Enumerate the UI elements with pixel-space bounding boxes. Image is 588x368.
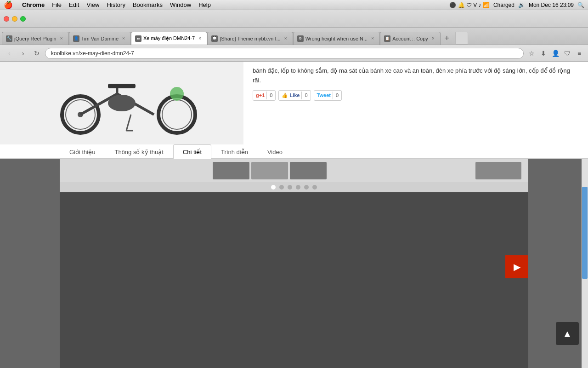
svg-point-3 xyxy=(158,96,195,133)
tabs-bar: 🔧 jQuery Reel Plugin × 👤 Tim Van Damme ×… xyxy=(0,28,588,45)
gallery-main-area xyxy=(60,192,528,368)
tweet-label: Tweet xyxy=(317,92,331,100)
thumbnail-right[interactable] xyxy=(475,162,521,179)
dot-1[interactable] xyxy=(271,185,276,190)
tab-close-tim[interactable]: × xyxy=(120,35,127,42)
svg-point-12 xyxy=(170,87,184,101)
tab-close-xe[interactable]: × xyxy=(197,35,203,42)
svg-point-11 xyxy=(108,95,136,111)
tab-label-xe: Xe máy điện DMN24-7 xyxy=(143,35,195,41)
gallery-top xyxy=(60,159,528,182)
tab-favicon-share: 💬 xyxy=(211,35,218,42)
addressbar: ‹ › ↻ koolbike.vn/xe-may-dien-dmn24-7 ☆ … xyxy=(0,45,588,62)
tab-account-copy[interactable]: 📋 Account :: Copy × xyxy=(380,32,441,45)
menubar-right: ⚫ 🔔 🛡 V ♪ 📶 Charged 🔉 Mon Dec 16 23:09 🔍 xyxy=(449,2,584,8)
menu-icon[interactable]: ≡ xyxy=(574,48,584,58)
tab-close-wrong[interactable]: × xyxy=(369,35,376,42)
tab-favicon-wrong: ⚙ xyxy=(297,35,304,42)
search-icon[interactable]: 🔍 xyxy=(577,2,584,8)
bike-image-area xyxy=(0,62,243,144)
minimize-button[interactable] xyxy=(12,16,17,22)
apple-menu[interactable]: 🍎 xyxy=(4,0,13,9)
dot-6[interactable] xyxy=(312,185,317,190)
download-icon[interactable]: ⬇ xyxy=(538,48,548,58)
social-buttons: g+1 0 👍 Like 0 Tweet 0 xyxy=(253,90,579,101)
tab-video[interactable]: Video xyxy=(258,144,292,159)
gallery-dots xyxy=(60,182,528,192)
gallery-wrapper: ▶ xyxy=(0,159,588,368)
scrollbar-thumb[interactable] xyxy=(582,187,588,279)
menubar-history[interactable]: History xyxy=(107,1,125,8)
description-area: bánh đặc, lốp to không sắm, độ ma sát củ… xyxy=(243,62,588,144)
product-tabs: Giới thiệu Thông số kỹ thuật Chi tiết Tr… xyxy=(0,144,588,159)
tab-label-wrong: Wrong height when use N... xyxy=(305,36,368,41)
extension-icon[interactable]: 🛡 xyxy=(562,48,572,58)
speaker-icon: 🔉 xyxy=(518,2,525,8)
tab-label-tim: Tim Van Damme xyxy=(81,36,119,41)
tab-favicon-tim: 👤 xyxy=(73,35,79,42)
tab-chi-tiet[interactable]: Chi tiết xyxy=(173,144,211,159)
back-to-top-icon: ▲ xyxy=(563,328,572,339)
tab-thong-so[interactable]: Thông số kỹ thuật xyxy=(105,144,173,159)
tweet-button[interactable]: Tweet 0 xyxy=(314,90,342,101)
address-icons: ☆ ⬇ 👤 🛡 ≡ xyxy=(526,48,584,58)
tab-close-share[interactable]: × xyxy=(283,35,289,42)
like-count: 0 xyxy=(301,92,307,100)
bookmark-star-icon[interactable]: ☆ xyxy=(526,48,537,58)
menubar-window[interactable]: Window xyxy=(170,1,191,8)
gplus-button[interactable]: g+1 0 xyxy=(253,90,276,101)
dot-5[interactable] xyxy=(304,185,309,190)
tab-label-jquery: jQuery Reel Plugin xyxy=(14,36,57,41)
tab-share-theme[interactable]: 💬 [Share] Theme mybb.vn f... × xyxy=(207,32,293,45)
thumbnail-3[interactable] xyxy=(290,162,327,179)
menubar-help[interactable]: Help xyxy=(198,1,211,8)
tab-gioi-thieu[interactable]: Giới thiệu xyxy=(60,144,105,159)
reload-button[interactable]: ↻ xyxy=(31,48,42,59)
tweet-count: 0 xyxy=(333,92,339,100)
gplus-label: g+1 xyxy=(256,92,265,100)
forward-button[interactable]: › xyxy=(17,48,28,59)
clock: Mon Dec 16 23:09 xyxy=(529,2,574,8)
menubar-icons: ⚫ 🔔 🛡 V ♪ 📶 xyxy=(449,2,490,8)
gplus-count: 0 xyxy=(266,92,272,100)
tab-list-button[interactable] xyxy=(455,32,468,45)
menubar-chrome[interactable]: Chrome xyxy=(22,1,45,8)
back-to-top-button[interactable]: ▲ xyxy=(556,322,579,345)
tab-close-jquery[interactable]: × xyxy=(58,35,65,42)
new-tab-button[interactable]: + xyxy=(441,32,453,45)
tab-close-account[interactable]: × xyxy=(430,35,436,42)
menubar-view[interactable]: View xyxy=(86,1,99,8)
traffic-lights[interactable] xyxy=(4,16,26,22)
battery-status: Charged xyxy=(493,2,514,8)
maximize-button[interactable] xyxy=(20,16,26,22)
gallery-next-button[interactable]: ▶ xyxy=(505,255,528,278)
like-button[interactable]: 👍 Like 0 xyxy=(278,90,311,101)
back-button[interactable]: ‹ xyxy=(4,48,15,59)
tab-tim-van-damme[interactable]: 👤 Tim Van Damme × xyxy=(69,32,131,45)
menubar-bookmarks[interactable]: Bookmarks xyxy=(133,1,163,8)
svg-point-4 xyxy=(162,100,192,129)
svg-line-9 xyxy=(126,115,131,131)
menubar: 🍎 Chrome File Edit View History Bookmark… xyxy=(0,0,588,10)
tab-label-share: [Share] Theme mybb.vn f... xyxy=(220,36,280,41)
menubar-edit[interactable]: Edit xyxy=(69,1,79,8)
thumbnail-2[interactable] xyxy=(251,162,288,179)
dot-3[interactable] xyxy=(288,185,292,190)
dot-2[interactable] xyxy=(279,185,284,190)
top-section: bánh đặc, lốp to không sắm, độ ma sát củ… xyxy=(0,62,588,144)
description-text: bánh đặc, lốp to không sắm, độ ma sát củ… xyxy=(253,66,579,86)
thumbnail-1[interactable] xyxy=(213,162,249,179)
dot-4[interactable] xyxy=(296,185,300,190)
gallery-inner: ▶ xyxy=(60,159,528,368)
tab-xe-may[interactable]: 🏍 Xe máy điện DMN24-7 × xyxy=(131,32,207,45)
address-input[interactable]: koolbike.vn/xe-may-dien-dmn24-7 xyxy=(45,48,524,59)
tab-jquery-reel[interactable]: 🔧 jQuery Reel Plugin × xyxy=(2,32,69,45)
tab-favicon-xe: 🏍 xyxy=(135,35,141,42)
page-action-icon[interactable]: 👤 xyxy=(550,48,560,58)
menubar-file[interactable]: File xyxy=(52,1,62,8)
scrollbar-track xyxy=(582,159,588,368)
gallery-thumbs xyxy=(67,162,473,179)
tab-trinh-dien[interactable]: Trình diễn xyxy=(211,144,258,159)
tab-wrong-height[interactable]: ⚙ Wrong height when use N... × xyxy=(293,32,380,45)
close-button[interactable] xyxy=(4,16,9,22)
